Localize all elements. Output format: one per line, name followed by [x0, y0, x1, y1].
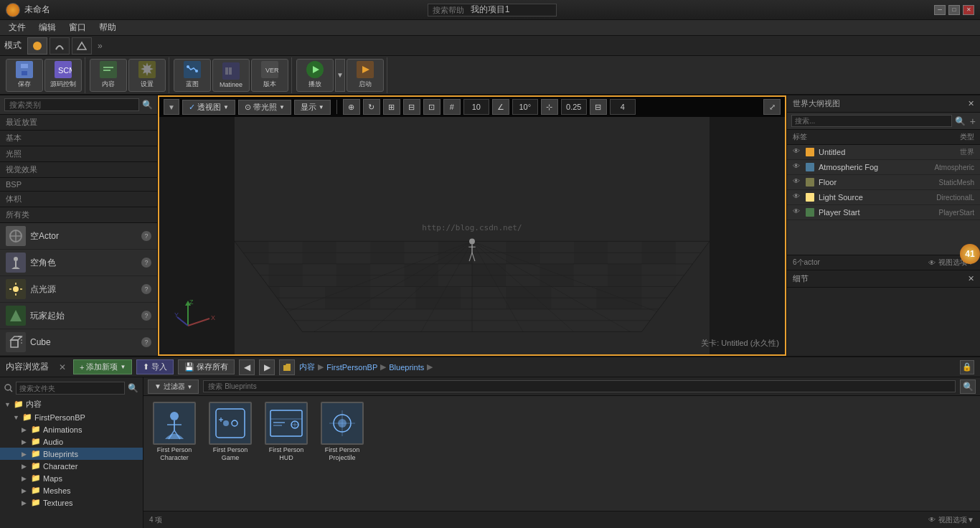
outliner-item[interactable]: 👁 Player Start PlayerStart	[787, 205, 980, 220]
settings-button[interactable]: 设置	[128, 59, 166, 92]
matinee-button[interactable]: Matinee	[212, 59, 250, 92]
playerstart-info-btn[interactable]: ?	[141, 311, 151, 321]
nav-back-btn[interactable]: ◀	[239, 359, 255, 375]
content-search-btn[interactable]: 🔍	[960, 380, 976, 394]
minimize-button[interactable]: ─	[934, 5, 946, 15]
menu-help[interactable]: 帮助	[93, 20, 122, 35]
maximize-viewport-btn[interactable]: ⤢	[763, 99, 781, 115]
close-button[interactable]: ✕	[963, 5, 974, 15]
play-button[interactable]: 播放	[296, 59, 334, 92]
section-basic[interactable]: 基本	[0, 131, 157, 146]
content-button[interactable]: 内容	[90, 59, 127, 92]
tree-item-animations[interactable]: ▶ 📁 Animations	[0, 423, 143, 435]
list-item[interactable]: Cube ?	[0, 329, 157, 356]
world-outliner-close-btn[interactable]: ✕	[968, 99, 974, 108]
lock-btn[interactable]: 🔒	[960, 360, 974, 374]
mode-btn-landscape[interactable]	[72, 37, 92, 55]
asset-item[interactable]: First Person Character	[149, 402, 199, 462]
orange-badge[interactable]: 41	[960, 244, 980, 264]
outliner-search-icon[interactable]: 🔍	[955, 116, 966, 126]
rotate-btn[interactable]: ↻	[363, 99, 380, 115]
tree-item-character[interactable]: ▶ 📁 Character	[0, 460, 143, 472]
search-icon[interactable]: 🔍	[142, 100, 153, 110]
outliner-item[interactable]: 👁 Untitled 世界	[787, 145, 980, 160]
blueprint-button[interactable]: 蓝图	[174, 59, 211, 92]
perspective-btn[interactable]: ✓ 透视图 ▼	[182, 100, 235, 115]
outliner-item[interactable]: 👁 Floor StaticMesh	[787, 175, 980, 190]
source-control-button[interactable]: SCM 源码控制	[44, 59, 82, 92]
tree-item-audio[interactable]: ▶ 📁 Audio	[0, 435, 143, 448]
tree-search-input[interactable]	[16, 382, 125, 395]
character-info-btn[interactable]: ?	[141, 258, 151, 268]
tree-item-blueprints[interactable]: ▶ 📁 Blueprints	[0, 448, 143, 460]
outliner-add-btn[interactable]: +	[970, 116, 976, 127]
pointlight-icon	[6, 279, 26, 299]
section-all[interactable]: 所有类	[0, 207, 157, 223]
content-search-input[interactable]	[203, 380, 956, 392]
tree-item-meshes[interactable]: ▶ 📁 Meshes	[0, 484, 143, 496]
launch-button[interactable]: 启动	[347, 59, 384, 92]
actor-info-btn[interactable]: ?	[141, 231, 151, 241]
outliner-item[interactable]: 👁 Atmospheric Fog Atmospheric	[787, 160, 980, 175]
menu-edit[interactable]: 编辑	[33, 20, 62, 35]
eye-icon[interactable]: 👁	[793, 177, 803, 187]
nav-forward-btn[interactable]: ▶	[259, 359, 275, 375]
viewport-menu-btn[interactable]: ▼	[164, 99, 179, 115]
section-recent[interactable]: 最近放置	[0, 115, 157, 131]
section-visual[interactable]: 视觉效果	[0, 162, 157, 178]
view-options-btn2[interactable]: 视图选项▼	[938, 515, 974, 525]
asset-item[interactable]: First Person Game	[205, 402, 255, 462]
eye-icon[interactable]: 👁	[793, 207, 803, 217]
outliner-item[interactable]: 👁 Light Source DirectionalL	[787, 190, 980, 205]
list-item[interactable]: 空角色 ?	[0, 250, 157, 276]
tree-item-maps[interactable]: ▶ 📁 Maps	[0, 472, 143, 484]
category-search-input[interactable]	[4, 98, 139, 111]
import-button[interactable]: ⬆ 导入	[136, 359, 174, 374]
eye-icon[interactable]: 👁	[793, 192, 803, 202]
grid-btn[interactable]: #	[443, 99, 461, 115]
asset-item[interactable]: First Person Projectile	[317, 402, 367, 462]
snap2-btn[interactable]: ⊟	[590, 99, 607, 115]
coord-btn[interactable]: ⊟	[403, 99, 420, 115]
nav-folder-btn[interactable]	[279, 359, 295, 375]
tree-item-firstpersonbp[interactable]: ▼ 📁 FirstPersonBP	[0, 411, 143, 423]
mode-expand-btn[interactable]: »	[98, 41, 103, 51]
section-bsp[interactable]: BSP	[0, 178, 157, 192]
tree-item-textures[interactable]: ▶ 📁 Textures	[0, 496, 143, 509]
snap-btn[interactable]: ⊡	[423, 99, 440, 115]
filter-button[interactable]: ▼ 过滤器 ▼	[148, 380, 199, 394]
path-sub2[interactable]: Blueprints	[389, 363, 424, 372]
scale-btn[interactable]: ⊞	[383, 99, 400, 115]
list-item[interactable]: 玩家起始 ?	[0, 303, 157, 329]
mode-btn-placement[interactable]	[27, 37, 47, 55]
cb-close-btn[interactable]: ✕	[59, 362, 66, 372]
asset-item[interactable]: First Person HUD	[261, 402, 311, 462]
play-dropdown[interactable]: ▼	[335, 59, 345, 92]
cube-info-btn[interactable]: ?	[141, 337, 151, 347]
eye-icon[interactable]: 👁	[793, 147, 803, 157]
pointlight-info-btn[interactable]: ?	[141, 284, 151, 294]
translate-btn[interactable]: ⊕	[343, 99, 360, 115]
save-button[interactable]: 保存	[6, 59, 43, 92]
path-root[interactable]: 内容	[299, 362, 315, 372]
section-volume[interactable]: 体积	[0, 192, 157, 207]
outliner-search-input[interactable]	[791, 115, 952, 127]
menu-window[interactable]: 窗口	[63, 20, 92, 35]
version-button[interactable]: VER 版本	[251, 59, 288, 92]
list-item[interactable]: 点光源 ?	[0, 276, 157, 303]
mode-btn-paint[interactable]	[50, 37, 70, 55]
save-all-button[interactable]: 💾 保存所有	[178, 359, 235, 374]
tree-item-content[interactable]: ▼ 📁 内容	[0, 397, 143, 411]
lighting-btn[interactable]: ⊙ 带光照 ▼	[238, 100, 291, 115]
path-sub1[interactable]: FirstPersonBP	[326, 363, 377, 372]
viewport[interactable]: ▼ ✓ 透视图 ▼ ⊙ 带光照 ▼ 显示 ▼ ⊕ ↻	[158, 95, 786, 356]
add-new-button[interactable]: + 添加新项 ▼	[73, 359, 132, 374]
maximize-button[interactable]: □	[948, 5, 960, 15]
show-btn[interactable]: 显示 ▼	[294, 100, 331, 115]
menu-file[interactable]: 文件	[3, 20, 32, 35]
section-lighting[interactable]: 光照	[0, 146, 157, 162]
eye-icon[interactable]: 👁	[793, 162, 803, 172]
tree-search-go[interactable]: 🔍	[128, 383, 138, 393]
details-close-btn[interactable]: ✕	[968, 274, 974, 283]
list-item[interactable]: 空Actor ?	[0, 223, 157, 250]
